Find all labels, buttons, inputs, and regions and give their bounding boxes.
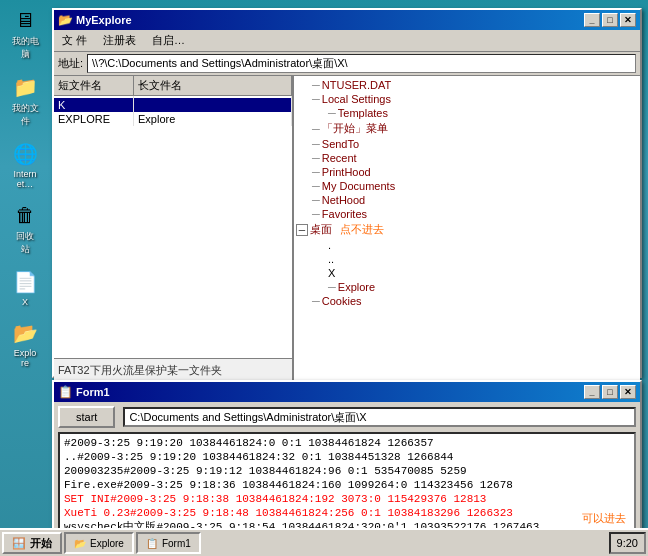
long-filename-header[interactable]: 长文件名: [134, 76, 292, 95]
log-line-5: XueTi 0.23#2009-3:25 9:18:48 10384461824…: [64, 506, 630, 520]
desktop-icon-myfiles[interactable]: 📁 我的文件: [4, 71, 46, 130]
address-bar[interactable]: \\?\C:\Documents and Settings\Administra…: [87, 54, 636, 73]
tree-item-sendto[interactable]: ─ SendTo: [294, 137, 640, 151]
desktop-icon-recycle[interactable]: 🗑 回收站: [4, 199, 46, 258]
recycle-icon: 🗑: [11, 201, 39, 229]
myexplore-title-icon: 📂: [58, 13, 72, 27]
ie-icon: 🌐: [11, 140, 39, 168]
taskbar-form1-icon: 📋: [146, 538, 158, 549]
taskbar-explore-label: Explore: [90, 538, 124, 549]
tree-label-favorites: Favorites: [322, 208, 367, 220]
tree-item-mydocuments[interactable]: ─ My Documents: [294, 179, 640, 193]
myexplore-titlebar[interactable]: 📂 MyExplore _ □ ✕: [54, 10, 640, 30]
taskbar-clock: 9:20: [609, 532, 646, 554]
ie-label: Internet…: [13, 169, 36, 189]
start-label: 开始: [30, 536, 52, 551]
tree-item-favorites[interactable]: ─ Favorites: [294, 207, 640, 221]
tree-item-dot[interactable]: .: [294, 238, 640, 252]
address-label: 地址:: [58, 56, 83, 71]
tree-view[interactable]: ─ NTUSER.DAT ─ Local Settings ─ Template…: [294, 76, 640, 382]
tree-item-localsettings[interactable]: ─ Local Settings: [294, 92, 640, 106]
desktop-icons-panel: 🖥 我的电脑 📁 我的文件 🌐 Internet… 🗑 回收站 📄 X 📂 Ex…: [0, 0, 50, 374]
form1-titlebar-left: 📋 Form1: [58, 385, 110, 399]
path-input[interactable]: [123, 407, 636, 427]
titlebar-left: 📂 MyExplore: [58, 13, 132, 27]
start-button[interactable]: start: [58, 406, 115, 428]
explore-label: Explore: [14, 348, 37, 368]
recycle-label: 回收站: [16, 230, 34, 256]
log-note: 可以进去: [582, 511, 626, 526]
taskbar-form1-label: Form1: [162, 538, 191, 549]
tree-label-dotdot: ..: [328, 253, 334, 265]
form1-title-icon: 📋: [58, 385, 72, 399]
log-line-2: 200903235#2009-3:25 9:19:12 10384461824:…: [64, 464, 630, 478]
tree-item-startmenu[interactable]: ─ 「开始」菜单: [294, 120, 640, 137]
myexplore-title: MyExplore: [76, 14, 132, 26]
file-long-1: [134, 98, 292, 112]
menu-file[interactable]: 文 件: [58, 32, 91, 49]
tree-item-recent[interactable]: ─ Recent: [294, 151, 640, 165]
desktop-icon-explore[interactable]: 📂 Explore: [4, 317, 46, 370]
tree-label-explore: Explore: [338, 281, 375, 293]
tree-label-desktop: 桌面: [310, 222, 332, 237]
form1-minimize-button[interactable]: _: [584, 385, 600, 399]
start-menu-button[interactable]: 🪟 开始: [2, 532, 62, 554]
tree-label-templates: Templates: [338, 107, 388, 119]
form1-close-button[interactable]: ✕: [620, 385, 636, 399]
table-row[interactable]: K: [54, 98, 292, 112]
address-bar-container: 地址: \\?\C:\Documents and Settings\Admini…: [54, 52, 640, 76]
desktop-icon-mycomputer[interactable]: 🖥 我的电脑: [4, 4, 46, 63]
tree-label-localsettings: Local Settings: [322, 93, 391, 105]
window-content: 短文件名 长文件名 K EXPLORE Explore: [54, 76, 640, 382]
tree-item-ntuser[interactable]: ─ NTUSER.DAT: [294, 78, 640, 92]
myfiles-icon: 📁: [11, 73, 39, 101]
form1-maximize-button[interactable]: □: [602, 385, 618, 399]
taskbar-explore-button[interactable]: 📂 Explore: [64, 532, 134, 554]
tree-item-desktop[interactable]: ─ 桌面 点不进去: [294, 221, 640, 238]
log-line-0: #2009-3:25 9:19:20 10384461824:0 0:1 103…: [64, 436, 630, 450]
explore-icon: 📂: [11, 319, 39, 347]
tree-item-printhood[interactable]: ─ PrintHood: [294, 165, 640, 179]
menu-registry[interactable]: 注册表: [99, 32, 140, 49]
tree-item-dotdot[interactable]: ..: [294, 252, 640, 266]
tree-item-cookies[interactable]: ─ Cookies: [294, 294, 640, 308]
column-headers: 短文件名 长文件名: [54, 76, 292, 96]
expand-icon[interactable]: ─: [296, 224, 308, 236]
table-row[interactable]: EXPLORE Explore: [54, 112, 292, 126]
maximize-button[interactable]: □: [602, 13, 618, 27]
close-button[interactable]: ✕: [620, 13, 636, 27]
myexplore-menubar: 文 件 注册表 自启…: [54, 30, 640, 52]
mycomputer-label: 我的电脑: [12, 35, 39, 61]
log-line-4: SET INI#2009-3:25 9:18:38 10384461824:19…: [64, 492, 630, 506]
file-short-1: K: [54, 98, 134, 112]
taskbar-form1-button[interactable]: 📋 Form1: [136, 532, 201, 554]
tree-note-desktop: 点不进去: [340, 222, 384, 237]
tree-label-x: X: [328, 267, 335, 279]
tree-item-templates[interactable]: ─ Templates: [294, 106, 640, 120]
window-controls: _ □ ✕: [584, 13, 636, 27]
tree-label-dot: .: [328, 239, 331, 251]
log-line-3: Fire.exe#2009-3:25 9:18:36 10384461824:1…: [64, 478, 630, 492]
myfiles-label: 我的文件: [12, 102, 39, 128]
form1-titlebar[interactable]: 📋 Form1 _ □ ✕: [54, 382, 640, 402]
tree-item-explore[interactable]: ─ Explore: [294, 280, 640, 294]
minimize-button[interactable]: _: [584, 13, 600, 27]
tree-item-x[interactable]: X: [294, 266, 640, 280]
tree-label-startmenu: 「开始」菜单: [322, 121, 388, 136]
desktop-icon-x[interactable]: 📄 X: [4, 266, 46, 309]
file-short-2: EXPLORE: [54, 112, 134, 126]
tree-label-recent: Recent: [322, 152, 357, 164]
desktop-icon-ie[interactable]: 🌐 Internet…: [4, 138, 46, 191]
start-icon: 🪟: [12, 537, 26, 550]
tree-item-nethood[interactable]: ─ NetHood: [294, 193, 640, 207]
short-filename-header[interactable]: 短文件名: [54, 76, 134, 95]
menu-autostart[interactable]: 自启…: [148, 32, 189, 49]
tree-label-ntuser: NTUSER.DAT: [322, 79, 391, 91]
form1-window-controls: _ □ ✕: [584, 385, 636, 399]
tree-label-mydocuments: My Documents: [322, 180, 395, 192]
info-text: FAT32下用火流星保护某一文件夹: [54, 358, 292, 382]
taskbar-explore-icon: 📂: [74, 538, 86, 549]
file-list: K EXPLORE Explore: [54, 96, 292, 358]
form1-title: Form1: [76, 386, 110, 398]
log-line-1: ..#2009-3:25 9:19:20 10384461824:32 0:1 …: [64, 450, 630, 464]
